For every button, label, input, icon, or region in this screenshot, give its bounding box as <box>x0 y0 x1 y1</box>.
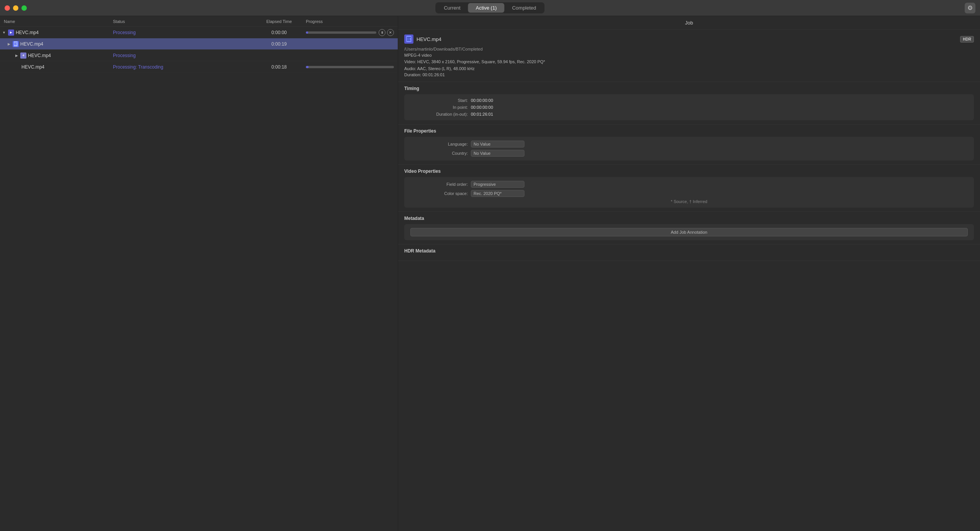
table-row[interactable]: HEVC.mp4 Processing: Transcoding 0:00:18 <box>0 61 398 73</box>
hdr-metadata-title: HDR Metadata <box>404 248 974 254</box>
timing-section: Timing Start: 00:00:00:00 In point: 00:0… <box>398 82 980 125</box>
timing-duration-row: Duration (in-out): 00:01:26:01 <box>410 112 968 116</box>
job-progress-cell: ⏸ ✕ <box>302 29 398 36</box>
field-order-select[interactable]: Progressive <box>471 181 524 188</box>
job-name-cell: ▼ ▶ HEVC.mp4 <box>0 30 109 36</box>
detail-duration: Duration: 00:01:26:01 <box>404 72 974 77</box>
color-space-row: Color space: Rec. 2020 PQ* <box>410 190 968 197</box>
progress-bar-fill <box>306 66 309 68</box>
language-row: Language: No Value <box>410 141 968 148</box>
main-layout: Name Status Elapsed Time Progress ▼ ▶ HE… <box>0 16 980 531</box>
tab-group: Current Active (1) Completed <box>435 2 544 13</box>
svg-rect-3 <box>14 44 17 45</box>
svg-rect-5 <box>407 37 411 38</box>
timing-start-row: Start: 00:00:00:00 <box>410 98 968 103</box>
minimize-button[interactable] <box>13 5 18 11</box>
titlebar: Current Active (1) Completed ⚙ <box>0 0 980 16</box>
inpoint-value: 00:00:00:00 <box>471 105 493 110</box>
progress-bar-fill <box>306 31 308 34</box>
job-elapsed-cell: 0:00:18 <box>256 64 302 70</box>
maximize-button[interactable] <box>21 5 27 11</box>
svg-rect-6 <box>407 39 410 39</box>
duration-label: Duration: <box>404 72 421 77</box>
metadata-box: Add Job Annotation <box>404 224 974 240</box>
field-order-row: Field order: Progressive <box>410 181 968 188</box>
job-progress-cell <box>302 66 398 68</box>
start-label: Start: <box>410 98 468 103</box>
color-space-select[interactable]: Rec. 2020 PQ* <box>471 190 524 197</box>
country-label: Country: <box>410 151 468 156</box>
svg-rect-2 <box>14 43 16 44</box>
language-label: Language: <box>410 142 468 146</box>
tab-current[interactable]: Current <box>436 3 468 13</box>
country-row: Country: No Value <box>410 150 968 157</box>
file-header: HEVC.mp4 HDR <box>404 34 974 44</box>
chevron-right-icon: ▶ <box>8 42 10 46</box>
country-select[interactable]: No Value <box>471 150 524 157</box>
hdr-metadata-section: HDR Metadata <box>398 244 980 261</box>
file-icon-mp4: ▶ <box>8 30 14 36</box>
job-name-cell: ▶ HEVC.mp4 <box>0 41 109 47</box>
timing-inpoint-row: In point: 00:00:00:00 <box>410 105 968 110</box>
duration-inout-label: Duration (in-out): <box>410 112 468 116</box>
metadata-section: Metadata Add Job Annotation <box>398 212 980 244</box>
progress-controls: ⏸ ✕ <box>379 29 394 36</box>
duration-inout-value: 00:01:26:01 <box>471 112 493 116</box>
col-elapsed-header: Elapsed Time <box>256 19 302 24</box>
language-select[interactable]: No Value <box>471 141 524 148</box>
detail-panel-title: Job <box>685 20 693 26</box>
progress-bar-background <box>306 31 376 34</box>
video-properties-title: Video Properties <box>404 169 974 174</box>
inpoint-label: In point: <box>410 105 468 110</box>
metadata-title: Metadata <box>404 216 974 221</box>
job-name-label: HEVC.mp4 <box>28 53 51 58</box>
job-status-cell: Processing: Transcoding <box>109 64 256 70</box>
jobs-container: ▼ ▶ HEVC.mp4 Processing 0:00:00 ⏸ ✕ <box>0 27 398 531</box>
stop-button[interactable]: ✕ <box>387 29 394 36</box>
timing-box: Start: 00:00:00:00 In point: 00:00:00:00… <box>404 94 974 120</box>
settings-icon: ⚙ <box>967 4 973 11</box>
detail-video: Video: HEVC, 3840 x 2160, Progressive, S… <box>404 59 974 65</box>
file-icon-document <box>13 41 19 47</box>
traffic-lights <box>5 5 27 11</box>
job-elapsed-cell: 0:00:19 <box>256 41 302 47</box>
status-label: Processing: Transcoding <box>113 64 163 70</box>
detail-filename: HEVC.mp4 <box>416 36 957 42</box>
video-properties-section: Video Properties Field order: Progressiv… <box>398 165 980 212</box>
pause-button[interactable]: ⏸ <box>379 29 385 36</box>
field-order-label: Field order: <box>410 182 468 187</box>
settings-button[interactable]: ⚙ <box>965 3 975 13</box>
job-name-label: HEVC.mp4 <box>16 30 39 35</box>
hdr-badge: HDR <box>960 36 974 43</box>
table-row[interactable]: ▶ 4 HEVC.mp4 Processing <box>0 50 398 61</box>
table-row[interactable]: ▶ HEVC.mp4 0:00:19 <box>0 38 398 50</box>
file-large-icon <box>404 34 413 44</box>
chevron-right-icon: ▶ <box>15 54 18 57</box>
detail-panel: Job HEVC.mp4 HDR /Users/martinlo/Downloa… <box>398 16 980 531</box>
col-progress-header: Progress <box>302 19 398 24</box>
job-name-label: HEVC.mp4 <box>21 64 44 70</box>
tab-active[interactable]: Active (1) <box>468 3 505 13</box>
job-name-cell: ▶ 4 HEVC.mp4 <box>0 52 109 59</box>
file-properties-section: File Properties Language: No Value Count… <box>398 125 980 165</box>
file-properties-title: File Properties <box>404 128 974 134</box>
job-status-cell: Processing <box>109 30 256 35</box>
add-annotation-button[interactable]: Add Job Annotation <box>410 228 968 236</box>
table-row[interactable]: ▼ ▶ HEVC.mp4 Processing 0:00:00 ⏸ ✕ <box>0 27 398 38</box>
col-name-header: Name <box>0 19 109 24</box>
timing-title: Timing <box>404 86 974 91</box>
column-headers: Name Status Elapsed Time Progress <box>0 16 398 27</box>
svg-rect-1 <box>14 43 17 43</box>
duration-value: 00:01:26:01 <box>423 72 445 77</box>
job-name-label: HEVC.mp4 <box>20 41 43 47</box>
close-button[interactable] <box>5 5 10 11</box>
detail-path: /Users/martinlo/Downloads/BT/Completed <box>404 47 974 51</box>
file-info-section: HEVC.mp4 HDR /Users/martinlo/Downloads/B… <box>398 30 980 82</box>
progress-bar-background <box>306 66 394 68</box>
status-label: Processing <box>113 53 136 58</box>
job-elapsed-cell: 0:00:00 <box>256 30 302 35</box>
detail-panel-header: Job <box>398 16 980 30</box>
start-value: 00:00:00:00 <box>471 98 493 103</box>
toolbar-right: ⚙ <box>965 3 975 13</box>
tab-completed[interactable]: Completed <box>505 3 544 13</box>
